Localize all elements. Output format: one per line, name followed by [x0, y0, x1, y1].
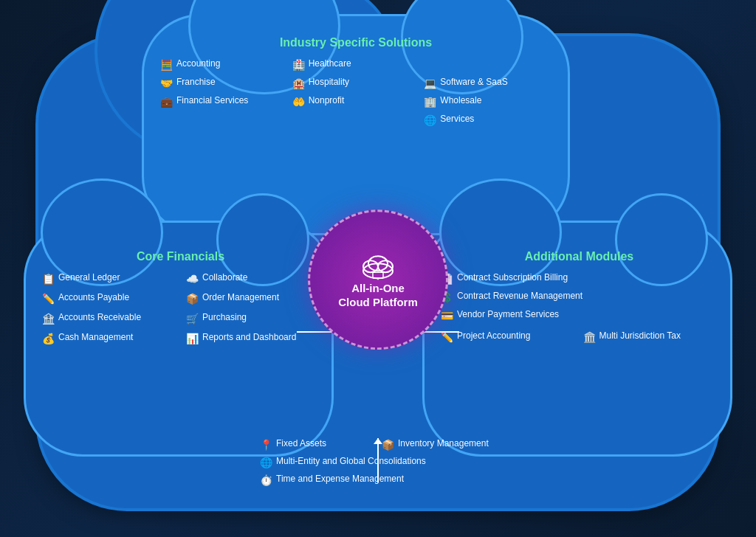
industry-section: Industry Specific Solutions 🧮 Accounting…: [142, 21, 570, 235]
item-label: Multi-Entity and Global Consolidations: [276, 456, 426, 468]
list-item: 💼 Financial Services: [160, 95, 288, 108]
main-diagram: Industry Specific Solutions 🧮 Accounting…: [24, 14, 732, 523]
item-label: Purchasing: [202, 312, 247, 324]
bottom-section: 📍 Fixed Assets 📦 Inventory Management 🌐 …: [260, 438, 496, 486]
list-item: ☁️ Collaborate: [186, 272, 319, 285]
accounts-payable-icon: ✏️: [42, 293, 55, 305]
inventory-icon: 📦: [382, 439, 394, 451]
accounts-receivable-icon: 🏦: [42, 313, 55, 325]
item-label: Fixed Assets: [276, 438, 326, 450]
project-accounting-icon: ✏️: [441, 331, 453, 343]
item-label: Software & SaaS: [440, 77, 507, 89]
bottom-items-list: 📍 Fixed Assets 📦 Inventory Management 🌐 …: [260, 438, 496, 486]
financial-icon: 💼: [160, 96, 173, 108]
order-management-icon: 📦: [186, 293, 199, 305]
list-item: 💳 Vendor Payment Services: [441, 309, 718, 322]
healthcare-icon: 🏥: [292, 59, 305, 71]
list-item: 💰 Cash Management: [42, 332, 175, 344]
item-label: Nonprofit: [309, 95, 345, 107]
item-label: Collaborate: [202, 272, 247, 284]
item-label: Financial Services: [176, 95, 248, 107]
purchasing-icon: 🛒: [186, 313, 199, 325]
list-item: 💻 Software & SaaS: [424, 77, 551, 89]
wholesale-icon: 🏢: [424, 96, 436, 108]
item-label: Order Management: [202, 292, 279, 304]
item-label: Accounting: [176, 58, 220, 70]
list-item: ✏️ Project Accounting: [441, 330, 576, 343]
core-financials-title: Core Financials: [42, 250, 319, 263]
list-item: 🏛️ Multi Jurisdiction Tax: [583, 330, 718, 343]
item-label: General Ledger: [58, 272, 120, 284]
additional-modules-section: Additional Modules 📄 Contract Subscripti…: [422, 228, 732, 464]
cloud-platform-icon: [360, 250, 396, 280]
list-item: 🧮 Accounting: [160, 58, 288, 71]
item-label: Hospitality: [309, 77, 349, 89]
list-item: 🌐 Multi-Entity and Global Consolidations: [260, 456, 426, 468]
vendor-payment-icon: 💳: [441, 310, 453, 322]
item-label: Accounts Payable: [58, 292, 129, 304]
software-icon: 💻: [424, 77, 436, 89]
list-item: 🤲 Nonprofit: [292, 95, 420, 108]
list-item: [424, 58, 551, 71]
reports-icon: 📊: [186, 333, 199, 344]
list-item: 🏢 Wholesale: [424, 95, 551, 108]
cash-management-icon: 💰: [42, 333, 55, 344]
nonprofit-icon: 🤲: [292, 96, 305, 108]
general-ledger-icon: 📋: [42, 273, 55, 285]
center-text: All-in-One Cloud Platform: [338, 281, 418, 310]
list-item: ✏️ Accounts Payable: [42, 292, 175, 305]
list-item: 🏦 Accounts Receivable: [42, 312, 175, 325]
item-label: Cash Management: [58, 332, 133, 344]
core-financials-section: Core Financials 📋 General Ledger ☁️ Coll…: [24, 228, 334, 464]
list-item: 📊 Reports and Dashboard: [186, 332, 319, 344]
item-label: Reports and Dashboard: [202, 332, 296, 344]
services-icon: 🌐: [424, 114, 436, 126]
list-item: [292, 114, 420, 126]
franchise-icon: 🤝: [160, 77, 173, 89]
item-label: Healthcare: [309, 58, 351, 70]
item-label: Project Accounting: [457, 330, 530, 342]
item-label: Franchise: [176, 77, 216, 89]
list-item: 🌐 Services: [424, 114, 551, 126]
hospitality-icon: 🏨: [292, 77, 305, 89]
list-item: 📦 Inventory Management: [382, 438, 496, 451]
list-item: 📄 Contract Subscription Billing: [441, 272, 718, 285]
list-item: 🏨 Hospitality: [292, 77, 420, 89]
time-expense-icon: ⏱️: [260, 474, 272, 486]
item-label: Multi Jurisdiction Tax: [599, 330, 681, 342]
item-label: Inventory Management: [398, 438, 489, 450]
list-item: 💲 Contract Revenue Management: [441, 291, 718, 303]
item-label: Accounts Receivable: [58, 312, 141, 324]
additional-modules-2col: ✏️ Project Accounting 🏛️ Multi Jurisdict…: [441, 330, 718, 343]
industry-items-grid: 🧮 Accounting 🏥 Healthcare 🤝 Franchise 🏨 …: [160, 58, 551, 126]
additional-modules-title: Additional Modules: [441, 250, 718, 263]
item-label: Wholesale: [440, 95, 481, 107]
item-label: Services: [440, 114, 474, 125]
collaborate-icon: ☁️: [186, 273, 199, 285]
list-item: 🛒 Purchasing: [186, 312, 319, 325]
list-item: 📍 Fixed Assets: [260, 438, 374, 451]
list-item: 🏥 Healthcare: [292, 58, 420, 71]
list-item: ⏱️ Time and Expense Management: [260, 474, 404, 486]
list-item: 📋 General Ledger: [42, 272, 175, 285]
item-label: Contract Revenue Management: [457, 291, 583, 302]
multi-entity-icon: 🌐: [260, 457, 272, 468]
multi-jurisdiction-icon: 🏛️: [583, 331, 596, 343]
item-label: Vendor Payment Services: [457, 309, 559, 321]
industry-title: Industry Specific Solutions: [160, 36, 551, 49]
list-item: 📦 Order Management: [186, 292, 319, 305]
fixed-assets-icon: 📍: [260, 439, 272, 451]
list-item: [160, 114, 288, 126]
center-circle: All-in-One Cloud Platform: [308, 209, 448, 350]
accounting-icon: 🧮: [160, 59, 173, 71]
additional-modules-list: 📄 Contract Subscription Billing 💲 Contra…: [441, 272, 718, 343]
list-item: 🤝 Franchise: [160, 77, 288, 89]
item-label: Contract Subscription Billing: [457, 272, 568, 284]
bottom-items-2col: 📍 Fixed Assets 📦 Inventory Management: [260, 438, 496, 451]
item-label: Time and Expense Management: [276, 474, 404, 485]
core-financials-grid: 📋 General Ledger ☁️ Collaborate ✏️ Accou…: [42, 272, 319, 344]
